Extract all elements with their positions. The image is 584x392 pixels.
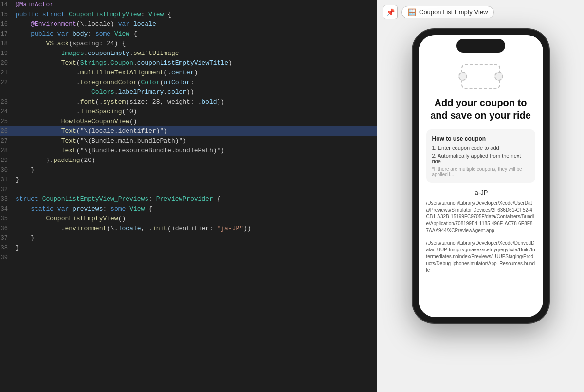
code-line: 32	[0, 185, 377, 195]
line-content: public var body: some View {	[16, 29, 373, 39]
line-number: 18	[0, 39, 16, 49]
line-number: 31	[0, 175, 16, 185]
code-line: 31}	[0, 175, 377, 185]
line-number: 16	[0, 19, 16, 29]
phone-notch-bar	[419, 35, 543, 56]
line-content: Text(Strings.Coupon.couponListEmptyViewT…	[16, 58, 373, 68]
preview-title-button[interactable]: 🪟 Coupon List Empty View	[402, 6, 494, 18]
how-to-step-2: 2. Automatically applied from the next r…	[432, 153, 529, 164]
phone-screen: Add your coupon to and save on your ride…	[419, 35, 543, 317]
line-content: }.padding(20)	[16, 156, 373, 165]
code-line: 34 static var previews: some View {	[0, 204, 377, 214]
bundle-path-2: /Users/tarunon/Library/Developer/Xcode/D…	[426, 240, 535, 274]
line-number: 24	[0, 107, 16, 117]
code-line: 22 .foregroundColor(Color(uiColor:	[0, 78, 377, 88]
how-to-title: How to use coupon	[432, 135, 529, 142]
line-content: HowToUseCouponView()	[16, 117, 373, 126]
line-content: CouponListEmptyView()	[16, 214, 373, 224]
code-line: 29 }.padding(20)	[0, 156, 377, 165]
line-number: 17	[0, 29, 16, 39]
line-content: Text("\(Bundle.resourceBundle.bundlePath…	[16, 146, 373, 156]
line-content: Images.couponEmpty.swiftUIImage	[16, 49, 373, 58]
line-content: public struct CouponListEmptyView: View …	[16, 10, 373, 19]
line-number: 14	[0, 0, 16, 10]
code-line: 37 }	[0, 233, 377, 243]
line-number: 27	[0, 136, 16, 146]
preview-panel: 📌 🪟 Coupon List Empty View Add your coup…	[377, 0, 584, 392]
code-line: 14@MainActor	[0, 0, 377, 10]
phone-content: Add your coupon to and save on your ride…	[419, 56, 543, 289]
phone-container: Add your coupon to and save on your ride…	[377, 24, 584, 392]
line-content: .environment(\.locale, .init(identifier:…	[16, 224, 373, 233]
code-line: Colors.labelPrimary.color))	[0, 88, 377, 97]
line-content: .lineSpacing(10)	[16, 107, 373, 117]
code-line: 18 VStack(spacing: 24) {	[0, 39, 377, 49]
line-content: .multilineTextAlignment(.center)	[16, 68, 373, 78]
line-content: .font(.system(size: 28, weight: .bold))	[16, 97, 373, 107]
code-line: 35 CouponListEmptyView()	[0, 214, 377, 224]
line-content: VStack(spacing: 24) {	[16, 39, 373, 49]
bundle-path-1: /Users/tarunon/Library/Developer/Xcode/U…	[426, 200, 535, 234]
line-content: @Environment(\.locale) var locale	[16, 19, 373, 29]
line-content: Colors.labelPrimary.color))	[16, 88, 373, 97]
line-number: 20	[0, 58, 16, 68]
line-number: 22	[0, 78, 16, 88]
line-content: Text("\(locale.identifier)")	[16, 126, 373, 136]
line-number: 23	[0, 97, 16, 107]
line-number: 37	[0, 233, 16, 243]
pin-button[interactable]: 📌	[383, 5, 398, 19]
code-line: 38}	[0, 243, 377, 253]
line-number: 29	[0, 156, 16, 165]
line-number: 21	[0, 68, 16, 78]
line-number: 35	[0, 214, 16, 224]
line-number: 19	[0, 49, 16, 58]
phone-frame: Add your coupon to and save on your ride…	[413, 29, 549, 323]
line-number: 36	[0, 224, 16, 233]
preview-window-icon: 🪟	[408, 8, 416, 16]
code-line: 27 Text("\(Bundle.main.bundlePath)")	[0, 136, 377, 146]
code-editor-panel: 14@MainActor15public struct CouponListEm…	[0, 0, 377, 392]
code-line: 33struct CouponListEmptyView_Previews: P…	[0, 195, 377, 204]
line-content: .foregroundColor(Color(uiColor:	[16, 78, 373, 88]
code-line: 15public struct CouponListEmptyView: Vie…	[0, 10, 377, 19]
line-content: @MainActor	[16, 0, 373, 10]
code-line: 21 .multilineTextAlignment(.center)	[0, 68, 377, 78]
line-number: 30	[0, 165, 16, 175]
code-line: 28 Text("\(Bundle.resourceBundle.bundleP…	[0, 146, 377, 156]
line-number: 33	[0, 195, 16, 204]
coupon-empty-icon	[461, 64, 500, 89]
line-number: 25	[0, 117, 16, 126]
how-to-step-1: 1. Enter coupon code to add	[432, 145, 529, 151]
line-content: static var previews: some View {	[16, 204, 373, 214]
line-number: 28	[0, 146, 16, 156]
how-to-box: How to use coupon 1. Enter coupon code t…	[426, 129, 535, 183]
code-line: 23 .font(.system(size: 28, weight: .bold…	[0, 97, 377, 107]
code-line: 20 Text(Strings.Coupon.couponListEmptyVi…	[0, 58, 377, 68]
line-number: 38	[0, 243, 16, 253]
dynamic-island	[456, 39, 505, 53]
code-line: 26 Text("\(locale.identifier)")	[0, 126, 377, 136]
line-content: Text("\(Bundle.main.bundlePath)")	[16, 136, 373, 146]
line-number: 34	[0, 204, 16, 214]
code-line: 25 HowToUseCouponView()	[0, 117, 377, 126]
code-line: 30 }	[0, 165, 377, 175]
line-number: 15	[0, 10, 16, 19]
code-line: 24 .lineSpacing(10)	[0, 107, 377, 117]
line-content: }	[16, 175, 373, 185]
line-number: 32	[0, 185, 16, 195]
line-content: }	[16, 243, 373, 253]
preview-title-label: Coupon List Empty View	[419, 8, 488, 16]
code-line: 36 .environment(\.locale, .init(identifi…	[0, 224, 377, 233]
how-to-note: *If there are multiple coupons, they wil…	[432, 166, 529, 177]
preview-toolbar: 📌 🪟 Coupon List Empty View	[377, 0, 584, 24]
code-line: 39	[0, 253, 377, 263]
code-line: 19 Images.couponEmpty.swiftUIImage	[0, 49, 377, 58]
line-content: }	[16, 165, 373, 175]
line-number: 26	[0, 126, 16, 136]
line-number: 39	[0, 253, 16, 263]
line-content: }	[16, 233, 373, 243]
line-content: struct CouponListEmptyView_Previews: Pre…	[16, 195, 373, 204]
locale-text: ja-JP	[474, 189, 488, 196]
coupon-add-title: Add your coupon to and save on your ride	[426, 96, 535, 122]
code-line: 16 @Environment(\.locale) var locale	[0, 19, 377, 29]
